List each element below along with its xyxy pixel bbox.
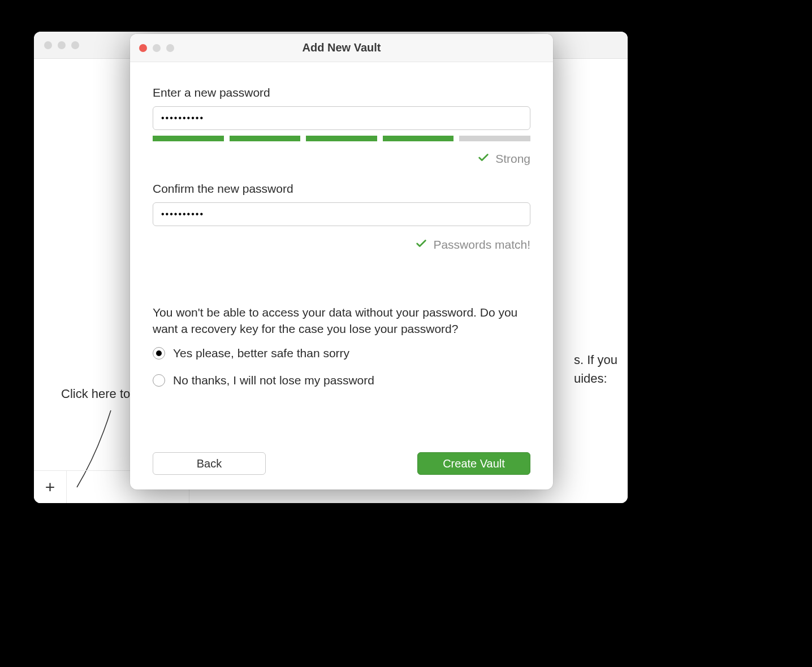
check-icon [415,237,427,252]
create-vault-button[interactable]: Create Vault [417,452,530,475]
match-status-row: Passwords match! [153,237,530,252]
strength-segment [459,136,530,141]
strength-status-row: Strong [153,151,530,166]
dialog-titlebar: Add New Vault [130,34,553,62]
content-peek-text: s. If you uides: [574,350,617,388]
strength-segment [383,136,454,141]
strength-segment [306,136,377,141]
sidebar-hint-text: Click here to [61,387,130,401]
traffic-light-close-icon[interactable] [44,41,52,49]
password-label: Enter a new password [153,86,530,99]
dialog-zoom-icon [166,44,174,52]
strength-segment [230,136,301,141]
strength-segment [153,136,224,141]
add-vault-dialog: Add New Vault Enter a new password Stron… [130,34,553,490]
add-vault-button[interactable]: + [34,471,67,503]
dialog-minimize-icon [153,44,161,52]
dialog-body: Enter a new password Strong Confirm the … [130,62,553,490]
dialog-footer: Back Create Vault [153,441,530,475]
dialog-close-icon[interactable] [139,44,147,52]
confirm-password-label: Confirm the new password [153,182,530,196]
match-label: Passwords match! [433,238,530,252]
plus-icon: + [45,479,55,496]
strength-label: Strong [495,152,530,166]
radio-label: No thanks, I will not lose my password [173,374,374,387]
password-strength-meter [153,136,530,141]
password-input[interactable] [153,106,530,130]
recovery-key-prompt: You won't be able to access your data wi… [153,304,530,337]
radio-icon [153,374,165,387]
recovery-yes-radio[interactable]: Yes please, better safe than sorry [153,347,530,360]
radio-label: Yes please, better safe than sorry [173,347,349,360]
recovery-no-radio[interactable]: No thanks, I will not lose my password [153,374,530,387]
radio-icon [153,347,165,360]
confirm-password-input[interactable] [153,202,530,226]
dialog-title: Add New Vault [130,41,553,54]
recovery-radio-group: Yes please, better safe than sorry No th… [153,347,530,401]
back-button[interactable]: Back [153,452,266,475]
traffic-light-minimize-icon[interactable] [58,41,66,49]
traffic-light-zoom-icon[interactable] [71,41,79,49]
check-icon [477,151,490,166]
